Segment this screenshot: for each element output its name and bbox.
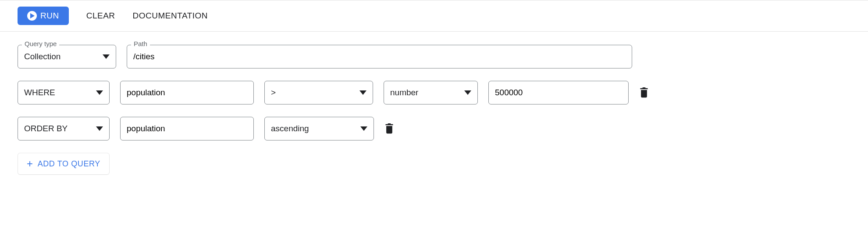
add-to-query-button[interactable]: + ADD TO QUERY: [18, 153, 110, 175]
orderby-direction-select[interactable]: ascending: [264, 117, 374, 140]
query-type-value: Collection: [24, 52, 60, 61]
orderby-field-input-wrapper: [120, 117, 254, 140]
chevron-down-icon: [360, 126, 367, 131]
trash-icon: [639, 87, 649, 98]
clause-select-orderby[interactable]: ORDER BY: [18, 117, 110, 140]
chevron-down-icon: [464, 90, 471, 95]
chevron-down-icon: [103, 54, 110, 59]
where-operator-value: >: [271, 88, 276, 97]
orderby-field-input[interactable]: [127, 117, 247, 140]
where-value-type-select[interactable]: number: [384, 81, 478, 104]
path-label: Path: [131, 40, 150, 47]
query-builder: Query type Collection Path WHERE > numbe…: [0, 32, 868, 188]
where-value-type-value: number: [390, 88, 418, 97]
query-header-row: Query type Collection Path: [18, 45, 850, 68]
where-value-input[interactable]: [495, 81, 622, 104]
where-field-input[interactable]: [127, 81, 247, 104]
clause-value: ORDER BY: [24, 124, 68, 133]
delete-orderby-button[interactable]: [384, 123, 394, 134]
svg-rect-3: [388, 123, 391, 125]
query-type-select[interactable]: Collection: [18, 45, 116, 68]
add-to-query-label: ADD TO QUERY: [38, 159, 100, 169]
orderby-direction-value: ascending: [271, 124, 309, 133]
documentation-link[interactable]: DOCUMENTATION: [133, 11, 208, 21]
clause-select-where[interactable]: WHERE: [18, 81, 110, 104]
toolbar: RUN CLEAR DOCUMENTATION: [0, 0, 868, 32]
orderby-row: ORDER BY ascending: [18, 117, 850, 140]
chevron-down-icon: [96, 126, 103, 131]
path-input-wrapper: [127, 45, 632, 68]
plus-icon: +: [27, 158, 33, 169]
chevron-down-icon: [359, 90, 366, 95]
where-operator-select[interactable]: >: [264, 81, 373, 104]
clear-button[interactable]: CLEAR: [86, 11, 115, 21]
query-type-label: Query type: [22, 40, 59, 47]
where-field-input-wrapper: [120, 81, 254, 104]
play-icon: [27, 11, 37, 21]
svg-rect-1: [643, 87, 646, 89]
run-button[interactable]: RUN: [18, 7, 69, 25]
run-label: RUN: [40, 11, 59, 21]
path-input[interactable]: [133, 45, 626, 68]
trash-icon: [384, 123, 394, 134]
where-value-input-wrapper: [488, 81, 629, 104]
where-row: WHERE > number: [18, 81, 850, 104]
clause-value: WHERE: [24, 88, 55, 97]
chevron-down-icon: [96, 90, 103, 95]
delete-where-button[interactable]: [639, 87, 649, 98]
